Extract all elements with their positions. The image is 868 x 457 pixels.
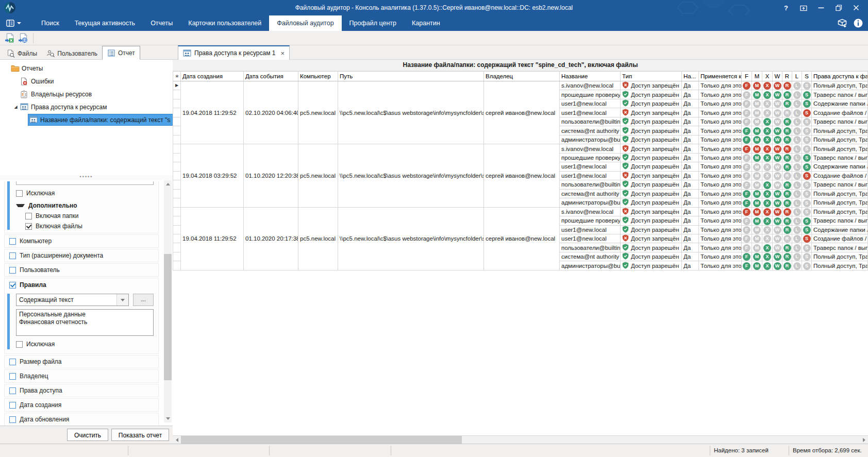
export-excel-button[interactable]	[3, 32, 16, 44]
section-checkbox[interactable]	[9, 359, 16, 365]
scrollbar-thumb[interactable]	[164, 254, 172, 380]
scroll-up-button[interactable]	[164, 180, 172, 188]
column-header-5[interactable]: Владелец	[484, 72, 560, 81]
access-type-cell: Доступ разрешён	[621, 135, 682, 144]
column-header-1[interactable]: Дата создания	[181, 72, 244, 81]
group-path-cell: \\pc5.new.local\c$\asus webstorage\info\…	[338, 207, 484, 270]
section-checkbox[interactable]	[9, 402, 16, 409]
perm-badge-w: W	[774, 127, 781, 135]
filter-section-after-1[interactable]: Размер файла	[4, 355, 159, 368]
app-menu-button[interactable]	[0, 15, 26, 31]
dock-window-button[interactable]	[795, 0, 812, 15]
tree-item-3[interactable]: Владельцы ресурсов	[0, 88, 173, 100]
tree-item-1[interactable]: Отчеты	[0, 62, 173, 75]
left-tab-2[interactable]: Пользователь	[42, 47, 102, 59]
name-filter-input[interactable]	[16, 181, 154, 185]
tab-close-icon[interactable]: ×	[280, 50, 285, 57]
table-row[interactable]: 19.04.2018 03:29:5201.10.2020 12:20:38pc…	[173, 144, 868, 153]
filter-scrollbar[interactable]	[164, 180, 172, 422]
menu-tab-1[interactable]: Поиск	[34, 15, 67, 31]
export-web-button[interactable]	[16, 32, 30, 44]
rights-cell: Содержание папки / чтение	[812, 225, 868, 234]
section-checkbox[interactable]	[9, 373, 16, 380]
rules-checkbox[interactable]	[9, 282, 16, 289]
filter-section-before-3[interactable]: Пользователь	[4, 263, 159, 277]
rules-header-row[interactable]: Правила	[9, 278, 154, 292]
rules-excluding-checkbox[interactable]	[16, 341, 23, 348]
include-folders-checkbox[interactable]	[25, 213, 32, 219]
tree-item-5[interactable]: Название файла/папки: содержащий текст "…	[0, 113, 173, 126]
filter-section-before-2[interactable]: Тип (расширение) документа	[4, 249, 159, 262]
info-icon[interactable]	[854, 19, 863, 28]
perm-r-cell: R	[782, 117, 792, 126]
show-report-button[interactable]: Показать отчет	[111, 429, 169, 441]
left-tab-1[interactable]: Файлы	[2, 47, 42, 59]
filter-section-after-4[interactable]: Дата создания	[4, 398, 159, 412]
menu-tab-3[interactable]: Отчеты	[143, 15, 180, 31]
clear-button[interactable]: Очистить	[67, 429, 108, 441]
rules-more-button[interactable]: ...	[133, 294, 154, 306]
filter-section-after-5[interactable]: Дата обновления	[4, 413, 159, 426]
menu-tab-5[interactable]: Файловый аудитор	[269, 15, 341, 31]
archive-export-icon[interactable]	[837, 18, 847, 28]
scroll-right-button[interactable]	[860, 436, 868, 444]
scroll-left-button[interactable]	[173, 436, 181, 444]
section-checkbox[interactable]	[9, 416, 16, 423]
column-header-2[interactable]: Дата события	[244, 72, 298, 81]
column-header-4[interactable]: Путь	[338, 72, 484, 81]
table-row[interactable]: 19.04.2018 11:29:5201.10.2020 20:17:38pc…	[173, 207, 868, 216]
column-header-7[interactable]: Тип	[621, 72, 682, 81]
perm-x-cell: X	[762, 207, 773, 216]
scroll-down-button[interactable]	[164, 415, 172, 422]
filter-section-after-2[interactable]: Владелец	[4, 369, 159, 383]
column-header-12[interactable]: X	[762, 72, 773, 81]
column-header-16[interactable]: S	[802, 72, 812, 81]
perm-badge-r: R	[783, 118, 791, 126]
column-header-8[interactable]: На...	[682, 72, 699, 81]
column-header-6[interactable]: Название	[560, 72, 621, 81]
table-row[interactable]: ▶19.04.2018 11:29:5202.10.2020 04:06:40p…	[173, 81, 868, 90]
restore-button[interactable]	[830, 0, 847, 15]
additional-header[interactable]: Дополнительно	[16, 200, 154, 211]
access-type-cell: Доступ запрещён	[621, 207, 682, 216]
column-header-9[interactable]: Применяется к	[699, 72, 742, 81]
minimize-button[interactable]	[812, 0, 830, 15]
excluding-checkbox[interactable]	[16, 190, 23, 197]
menu-tab-7[interactable]: Карантин	[404, 15, 448, 31]
perm-w-cell: W	[773, 180, 782, 189]
name-cell: система@nt authority	[560, 189, 621, 198]
scrollbar-thumb[interactable]	[181, 436, 462, 444]
help-button[interactable]: ?	[777, 0, 795, 15]
section-checkbox[interactable]	[9, 387, 16, 394]
filter-section-before-1[interactable]: Компьютер	[4, 234, 159, 248]
column-header-15[interactable]: L	[792, 72, 802, 81]
menu-tab-6[interactable]: Профайл центр	[342, 15, 404, 31]
close-button[interactable]	[847, 0, 865, 15]
perm-m-cell: M	[752, 117, 762, 126]
horizontal-scrollbar[interactable]	[173, 435, 868, 444]
section-checkbox[interactable]	[9, 267, 16, 274]
rules-textarea[interactable]: Персональные данные Финансовая отчетност…	[16, 309, 154, 336]
document-tab[interactable]: Права доступа к ресурсам 1 ×	[178, 45, 290, 60]
column-header-14[interactable]: R	[782, 72, 792, 81]
section-checkbox[interactable]	[9, 252, 16, 259]
inherited-cell: Да	[682, 126, 699, 135]
tree-item-4[interactable]: ◢Права доступа к ресурсам	[0, 100, 173, 113]
menu-tab-2[interactable]: Текущая активность	[67, 15, 143, 31]
access-type-cell: Доступ запрещён	[621, 108, 682, 117]
include-files-checkbox[interactable]	[25, 223, 32, 230]
column-header-17[interactable]: Права доступа к файлам	[812, 72, 868, 81]
column-header-13[interactable]: W	[773, 72, 782, 81]
tree-item-2[interactable]: Ошибки	[0, 75, 173, 88]
section-checkbox[interactable]	[9, 238, 16, 245]
tree-expander-icon[interactable]: ◢	[12, 105, 19, 109]
column-header-3[interactable]: Компьютер	[298, 72, 338, 81]
dropdown-button[interactable]	[116, 294, 128, 306]
filter-section-after-3[interactable]: Права доступа	[4, 384, 159, 397]
left-tab-3[interactable]: Отчет	[102, 46, 140, 60]
menu-tab-4[interactable]: Карточки пользователей	[180, 15, 269, 31]
panel-splitter-handle[interactable]: •••••	[0, 175, 173, 180]
column-header-11[interactable]: M	[752, 72, 762, 81]
column-header-10[interactable]: F	[742, 72, 752, 81]
condition-dropdown[interactable]: Содержащий текст	[16, 294, 129, 306]
